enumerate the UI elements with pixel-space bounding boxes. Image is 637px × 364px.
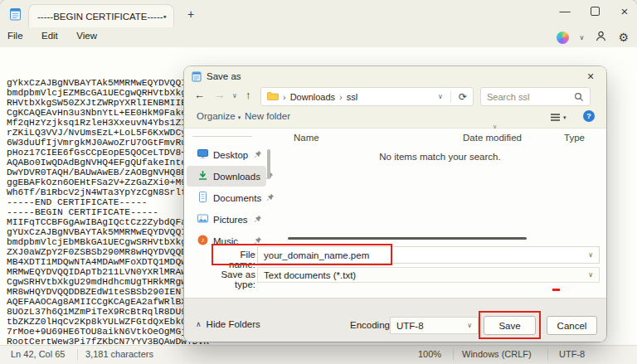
caret-down-icon: ▾ (238, 114, 241, 120)
menu-edit[interactable]: Edit (34, 27, 66, 44)
annotation-save-box (479, 311, 541, 339)
chevron-down-icon[interactable]: ∨ (580, 34, 585, 41)
refresh-icon[interactable]: ⟳ (459, 91, 467, 103)
file-name-dropdown-chevron-icon[interactable]: ∨ (588, 251, 593, 259)
search-placeholder: Search ssl (487, 92, 529, 102)
encoding-select[interactable]: UTF-8 ∨ (390, 317, 479, 334)
menu-file[interactable]: File (0, 27, 31, 44)
music-icon: ♪ (197, 235, 208, 247)
character-count: 3,181 characters (85, 349, 153, 359)
tab-title: -----BEGIN CERTIFICATE----- (37, 12, 163, 22)
pin-icon (266, 193, 275, 203)
save-as-type-select[interactable]: Text documents (*.txt) ∨ (257, 267, 600, 283)
new-folder-button[interactable]: New folder (245, 111, 290, 121)
annotation-dash (552, 289, 560, 291)
column-header-name[interactable]: Name (294, 133, 319, 143)
sort-indicator-icon: ∨ (493, 124, 497, 130)
cursor-position: Ln 42, Col 65 (11, 349, 65, 359)
encoding-label: Encoding: (350, 320, 392, 330)
search-icon (574, 92, 584, 102)
close-window-button[interactable]: × (612, 0, 637, 22)
pictures-icon (197, 213, 208, 226)
recent-locations-chevron-icon[interactable]: ∨ (232, 92, 237, 99)
pin-icon (254, 215, 262, 225)
caret-down-icon: ▾ (563, 114, 566, 121)
search-input[interactable]: Search ssl (480, 87, 591, 106)
line-ending: Windows (CRLF) (462, 349, 532, 359)
file-encoding: UTF-8 (559, 349, 585, 359)
up-button[interactable]: ↑ (246, 89, 251, 101)
encoding-dropdown-chevron-icon: ∨ (467, 322, 472, 329)
pin-icon (254, 150, 262, 160)
status-bar: Ln 42, Col 65 3,181 characters 100% Wind… (0, 345, 637, 364)
help-icon[interactable]: ? (583, 110, 595, 122)
column-header-date-modified[interactable]: Date modified (463, 133, 522, 143)
organize-button[interactable]: Organize▾ (197, 111, 241, 121)
tab-bar: -----BEGIN CERTIFICATE----- ● + — × (0, 0, 637, 27)
save-as-type-label: Save as type: (201, 269, 255, 289)
settings-gear-icon[interactable]: ⚙ (618, 31, 629, 44)
breadcrumb-ssl[interactable]: ssl (347, 92, 357, 102)
dialog-close-button[interactable]: × (581, 68, 600, 85)
unsaved-indicator-icon: ● (163, 13, 167, 19)
notepad-window: -----BEGIN CERTIFICATE----- ● + — × File… (0, 0, 637, 364)
view-options-button[interactable]: ▾ (550, 113, 566, 122)
annotation-filename-box (212, 244, 392, 265)
copilot-icon[interactable] (557, 32, 569, 44)
empty-folder-message: No items match your search. (274, 152, 606, 162)
account-icon[interactable] (595, 30, 607, 46)
forward-button[interactable]: → (214, 89, 225, 101)
breadcrumb-separator: › (339, 92, 343, 102)
sidebar-item-downloads[interactable]: Downloads (187, 166, 266, 187)
back-button[interactable]: ← (194, 89, 205, 101)
notepad-app-icon (9, 7, 22, 24)
tab-begin-certificate[interactable]: -----BEGIN CERTIFICATE----- ● (28, 4, 174, 27)
save-as-dialog: Save as × ← → ∨ ↑ › Downloads › ssl ∨ ⟳ … (184, 66, 606, 342)
menu-bar: File Edit View ∨ ⚙ (0, 27, 637, 48)
column-header-type[interactable]: Type (564, 133, 585, 143)
documents-icon (197, 192, 208, 204)
sidebar-item-documents[interactable]: Documents (187, 187, 266, 208)
breadcrumb[interactable]: › Downloads › ssl ∨ ⟳ (260, 87, 474, 106)
breadcrumb-separator: › (283, 92, 286, 102)
save-type-dropdown-chevron-icon: ∨ (588, 271, 593, 279)
cancel-button[interactable]: Cancel (547, 316, 597, 335)
caret-up-icon: ∧ (196, 320, 202, 328)
maximize-button[interactable] (582, 0, 607, 22)
breadcrumb-downloads[interactable]: Downloads (290, 92, 335, 102)
zoom-level: 100% (418, 349, 441, 359)
address-chevron-icon[interactable]: ∨ (438, 93, 443, 100)
sidebar-scrollbar[interactable] (267, 149, 270, 179)
sidebar-divider (192, 136, 252, 137)
dialog-title: Save as (207, 71, 241, 81)
folder-icon (267, 91, 279, 102)
desktop-icon (197, 148, 208, 161)
menu-view[interactable]: View (69, 27, 105, 44)
list-view-icon (550, 113, 561, 122)
downloads-icon (197, 170, 208, 182)
horizontal-scrollbar[interactable] (288, 237, 527, 240)
sidebar-item-desktop[interactable]: Desktop (187, 144, 266, 165)
new-tab-button[interactable]: + (182, 6, 199, 22)
hide-folders-button[interactable]: ∧ Hide Folders (196, 319, 260, 329)
notepad-app-icon (192, 70, 202, 84)
sidebar-item-pictures[interactable]: Pictures (187, 209, 266, 230)
maximize-icon (591, 7, 600, 16)
minimize-button[interactable]: — (552, 0, 577, 22)
svg-text:♪: ♪ (202, 236, 205, 244)
